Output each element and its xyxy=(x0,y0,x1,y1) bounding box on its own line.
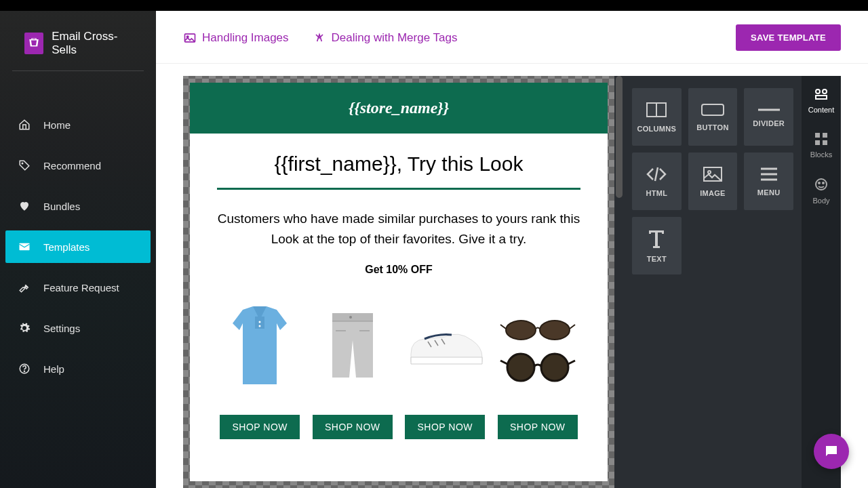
svg-point-11 xyxy=(349,316,352,319)
sidebar-item-help[interactable]: Help xyxy=(5,352,151,385)
shop-now-button-1[interactable]: SHOP NOW xyxy=(313,415,393,439)
link-handling-images[interactable]: Handling Images xyxy=(183,31,289,45)
tab-body[interactable]: Body xyxy=(812,178,829,205)
nav-label: Templates xyxy=(43,241,90,253)
product-shorts[interactable] xyxy=(310,300,396,394)
tab-blocks[interactable]: Blocks xyxy=(810,133,832,159)
html-icon xyxy=(646,166,667,182)
menu-icon xyxy=(760,167,778,182)
nav-label: Feature Request xyxy=(43,282,119,293)
wrench-icon xyxy=(18,281,31,294)
svg-rect-9 xyxy=(332,313,373,321)
email-headline[interactable]: {{first_name}}, Try this Look xyxy=(217,152,580,176)
canvas[interactable]: {{store_name}} {{first_name}}, Try this … xyxy=(183,76,614,488)
link-merge-tags[interactable]: Dealing with Merge Tags xyxy=(313,31,458,45)
merge-icon xyxy=(313,31,326,45)
svg-point-23 xyxy=(708,171,711,174)
toolbar: Handling Images Dealing with Merge Tags … xyxy=(156,11,868,64)
svg-point-3 xyxy=(24,371,24,371)
nav-label: Help xyxy=(43,363,64,375)
divider-icon xyxy=(758,107,780,113)
svg-point-8 xyxy=(259,325,261,327)
button-icon xyxy=(701,103,725,117)
brand: Email Cross-Sells xyxy=(12,11,144,71)
sidebar-item-recommend[interactable]: Recommend xyxy=(5,149,151,182)
email-store-header[interactable]: {{store_name}} xyxy=(190,83,608,134)
nav-label: Home xyxy=(43,119,71,131)
nav-label: Recommend xyxy=(43,160,101,171)
image-icon xyxy=(703,166,723,182)
svg-rect-20 xyxy=(702,104,724,115)
content-icon xyxy=(814,88,829,102)
help-icon xyxy=(18,362,31,375)
svg-point-17 xyxy=(541,354,568,381)
heart-icon xyxy=(18,199,31,213)
svg-point-34 xyxy=(816,179,827,190)
scroll-thumb[interactable] xyxy=(616,76,623,198)
svg-point-27 xyxy=(816,89,820,94)
tool-menu[interactable]: MENU xyxy=(744,152,793,210)
product-sneaker[interactable] xyxy=(402,300,488,394)
columns-icon xyxy=(646,102,667,118)
sidebar-item-templates[interactable]: Templates xyxy=(5,230,151,263)
gear-icon xyxy=(18,321,31,335)
tool-text[interactable]: TEXT xyxy=(632,217,682,274)
tool-columns[interactable]: COLUMNS xyxy=(632,88,682,146)
sidebar-item-bundles[interactable]: Bundles xyxy=(5,190,151,222)
main: Handling Images Dealing with Merge Tags … xyxy=(156,11,868,488)
sidebar-item-home[interactable]: Home xyxy=(5,108,151,141)
svg-rect-33 xyxy=(823,140,827,145)
email-divider[interactable] xyxy=(217,188,580,190)
svg-point-36 xyxy=(823,182,824,184)
tool-html[interactable]: HTML xyxy=(632,152,682,210)
home-icon xyxy=(18,118,31,131)
tool-image[interactable]: IMAGE xyxy=(688,152,738,210)
chat-fab[interactable] xyxy=(814,434,849,469)
svg-rect-30 xyxy=(815,133,820,138)
image-icon xyxy=(183,31,197,45)
mail-icon xyxy=(18,240,31,253)
right-panel: COLUMNSBUTTONDIVIDERHTMLIMAGEMENUTEXT Co… xyxy=(624,76,841,488)
tool-divider[interactable]: DIVIDER xyxy=(744,88,793,146)
shop-now-button-0[interactable]: SHOP NOW xyxy=(220,415,300,439)
body-icon xyxy=(814,178,828,192)
svg-point-0 xyxy=(22,163,23,164)
svg-point-28 xyxy=(823,89,827,94)
svg-point-35 xyxy=(818,182,820,184)
svg-rect-31 xyxy=(823,133,827,138)
product-polo-shirt[interactable] xyxy=(217,300,303,394)
save-button[interactable]: SAVE TEMPLATE xyxy=(736,24,841,51)
text-icon xyxy=(648,229,665,248)
sidebar-item-settings[interactable]: Settings xyxy=(5,312,151,344)
tab-content[interactable]: Content xyxy=(808,88,835,114)
email-offer[interactable]: Get 10% OFF xyxy=(217,264,580,276)
blocks-icon xyxy=(815,133,827,146)
svg-point-7 xyxy=(259,321,261,323)
svg-rect-12 xyxy=(336,330,346,331)
shop-now-button-3[interactable]: SHOP NOW xyxy=(498,415,578,439)
tag-icon xyxy=(18,159,31,172)
product-sunglasses[interactable] xyxy=(495,300,581,394)
svg-rect-1 xyxy=(20,243,30,251)
nav-label: Bundles xyxy=(43,201,80,212)
svg-rect-13 xyxy=(359,330,370,331)
shop-now-button-2[interactable]: SHOP NOW xyxy=(405,415,485,439)
svg-point-16 xyxy=(507,354,534,381)
svg-point-14 xyxy=(506,321,536,340)
sidebar-item-feature-request[interactable]: Feature Request xyxy=(5,271,151,304)
tool-button[interactable]: BUTTON xyxy=(688,88,738,146)
nav-label: Settings xyxy=(43,323,80,334)
brand-icon xyxy=(24,33,43,54)
brand-title: Email Cross-Sells xyxy=(52,30,132,57)
sidebar: Email Cross-Sells HomeRecommendBundlesTe… xyxy=(0,11,156,488)
svg-point-15 xyxy=(540,321,570,340)
svg-rect-32 xyxy=(815,140,820,145)
svg-rect-29 xyxy=(816,96,827,99)
scrollbar[interactable] xyxy=(614,76,624,488)
email-paragraph[interactable]: Customers who have made similar purchase… xyxy=(217,209,580,250)
